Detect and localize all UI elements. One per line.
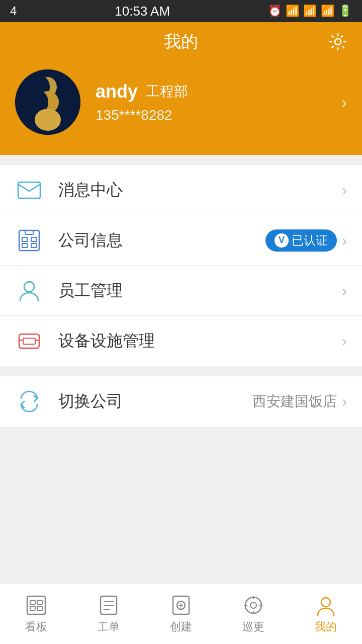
workorder-icon	[98, 594, 120, 616]
alarm-icon: ⏰	[268, 5, 282, 18]
signal-icon-1: 📶	[303, 5, 317, 18]
svg-point-33	[250, 602, 256, 608]
svg-rect-11	[22, 244, 27, 248]
menu-section-main: 消息中心 › 公司信息 V 已认证 › 员工	[0, 165, 362, 366]
profile-name: andy	[96, 81, 138, 102]
wifi-icon: 📶	[286, 5, 299, 18]
patrol-label: 巡更	[242, 619, 264, 634]
mine-label: 我的	[315, 619, 337, 634]
equipment-label: 设备设施管理	[58, 330, 342, 352]
svg-rect-15	[19, 334, 39, 348]
profile-info: andy 工程部 135****8282	[96, 81, 326, 123]
workorder-label: 工单	[98, 619, 120, 634]
switch-company-icon	[15, 387, 43, 416]
mine-icon	[315, 594, 337, 616]
settings-icon[interactable]	[329, 33, 347, 51]
battery-icon: 🔋	[338, 5, 352, 18]
avatar	[15, 69, 80, 135]
svg-rect-16	[23, 338, 35, 344]
status-time: 10:53 AM	[115, 4, 170, 19]
page-header: 我的	[0, 22, 362, 59]
svg-rect-22	[30, 606, 35, 610]
svg-rect-20	[30, 600, 35, 604]
signal-icon-2: 📶	[321, 5, 334, 18]
message-icon	[15, 176, 43, 204]
equipment-arrow-icon: ›	[342, 333, 347, 350]
svg-point-38	[321, 598, 330, 607]
menu-item-equipment[interactable]: 设备设施管理 ›	[0, 316, 362, 366]
profile-section[interactable]: andy 工程部 135****8282 ›	[0, 59, 362, 155]
message-label: 消息中心	[58, 179, 342, 201]
svg-rect-19	[27, 596, 45, 614]
badge-text: 已认证	[292, 232, 328, 249]
svg-rect-23	[37, 606, 42, 610]
svg-rect-10	[31, 237, 36, 242]
menu-item-company[interactable]: 公司信息 V 已认证 ›	[0, 215, 362, 266]
profile-department: 工程部	[146, 82, 188, 101]
status-notification: 4	[10, 4, 17, 18]
employee-label: 员工管理	[58, 280, 342, 302]
current-company: 西安建国饭店	[252, 392, 337, 411]
svg-rect-12	[31, 244, 36, 248]
svg-point-14	[24, 282, 34, 292]
status-bar: 4 10:53 AM ⏰ 📶 📶 📶 🔋	[0, 0, 362, 22]
bottom-navigation: 看板 工单 创建	[0, 584, 362, 644]
company-label: 公司信息	[58, 229, 265, 252]
nav-item-mine[interactable]: 我的	[290, 584, 362, 644]
page-title: 我的	[164, 30, 198, 53]
section-divider	[0, 366, 362, 376]
svg-point-6	[35, 109, 61, 131]
profile-arrow-icon[interactable]: ›	[341, 93, 347, 112]
company-badge: V 已认证	[265, 229, 337, 252]
svg-rect-21	[37, 600, 42, 604]
nav-item-workorder[interactable]: 工单	[72, 584, 145, 644]
menu-section-switch: 切换公司 西安建国饭店 ›	[0, 376, 362, 427]
menu-item-employee[interactable]: 员工管理 ›	[0, 266, 362, 316]
create-icon	[170, 594, 192, 616]
empty-space	[0, 427, 362, 584]
message-arrow-icon: ›	[342, 182, 347, 199]
status-icons: ⏰ 📶 📶 📶 🔋	[268, 5, 352, 18]
svg-rect-7	[18, 182, 40, 198]
kanban-icon	[25, 594, 47, 616]
svg-point-32	[245, 597, 261, 613]
kanban-label: 看板	[25, 619, 47, 634]
patrol-icon	[242, 594, 264, 616]
company-arrow-icon: ›	[342, 232, 347, 249]
switch-company-arrow-icon: ›	[342, 393, 347, 410]
switch-company-label: 切换公司	[58, 390, 252, 413]
nav-item-kanban[interactable]: 看板	[0, 584, 72, 644]
employee-icon	[15, 277, 43, 305]
nav-item-patrol[interactable]: 巡更	[217, 584, 290, 644]
verified-v-icon: V	[275, 233, 289, 248]
menu-item-message[interactable]: 消息中心 ›	[0, 165, 362, 215]
create-label: 创建	[170, 619, 192, 634]
equipment-icon	[15, 327, 43, 355]
menu-item-switch-company[interactable]: 切换公司 西安建国饭店 ›	[0, 376, 362, 427]
company-icon	[15, 226, 43, 255]
nav-item-create[interactable]: 创建	[145, 584, 217, 644]
profile-phone: 135****8282	[96, 107, 326, 123]
svg-rect-9	[22, 237, 27, 242]
employee-arrow-icon: ›	[342, 282, 347, 299]
svg-point-0	[335, 39, 341, 45]
